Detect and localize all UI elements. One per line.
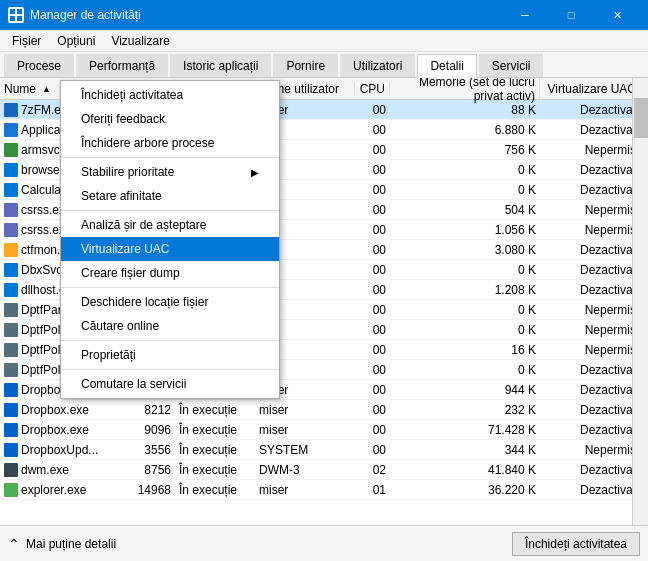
context-menu: Închideți activitateaOferiți feedbackÎnc… bbox=[60, 80, 280, 399]
process-icon bbox=[4, 103, 18, 117]
row-virt-18: Dezactivat bbox=[540, 463, 632, 477]
ctx-item-12[interactable]: Căutare online bbox=[61, 314, 279, 338]
col-header-virtualization[interactable]: Virtualizare UAC bbox=[540, 82, 640, 96]
row-mem-15: 232 K bbox=[390, 403, 540, 417]
row-mem-13: 0 K bbox=[390, 363, 540, 377]
process-icon bbox=[4, 463, 18, 477]
process-icon bbox=[4, 263, 18, 277]
row-name-17: DropboxUpd... bbox=[0, 443, 120, 457]
ctx-item-8[interactable]: Virtualizare UAC bbox=[61, 237, 279, 261]
process-icon bbox=[4, 123, 18, 137]
row-virt-3: Dezactivat bbox=[540, 163, 632, 177]
submenu-arrow-icon: ▶ bbox=[251, 167, 259, 178]
tab-detalii[interactable]: Detalii bbox=[417, 54, 476, 78]
row-mem-2: 756 K bbox=[390, 143, 540, 157]
process-icon bbox=[4, 423, 18, 437]
row-cpu-2: 00 bbox=[355, 143, 390, 157]
row-cpu-14: 00 bbox=[355, 383, 390, 397]
ctx-separator-6 bbox=[61, 210, 279, 211]
process-icon bbox=[4, 203, 18, 217]
ctx-item-1[interactable]: Oferiți feedback bbox=[61, 107, 279, 131]
row-pid-15: 8212 bbox=[120, 403, 175, 417]
ctx-item-16[interactable]: Comutare la servicii bbox=[61, 372, 279, 396]
row-mem-7: 3.080 K bbox=[390, 243, 540, 257]
menu-fisier[interactable]: Fișier bbox=[4, 32, 49, 50]
table-row[interactable]: explorer.exe 14968 În execuție miser 01 … bbox=[0, 480, 632, 500]
table-row[interactable]: DropboxUpd... 3556 În execuție SYSTEM 00… bbox=[0, 440, 632, 460]
title-bar-controls: ─ □ ✕ bbox=[502, 0, 640, 30]
row-pid-16: 9096 bbox=[120, 423, 175, 437]
ctx-item-9[interactable]: Creare fișier dump bbox=[61, 261, 279, 285]
less-details-button[interactable]: ⌃ Mai puține detalii bbox=[8, 536, 116, 552]
menu-optiuni[interactable]: Opțiuni bbox=[49, 32, 103, 50]
row-status-17: În execuție bbox=[175, 443, 255, 457]
table-row[interactable]: Dropbox.exe 8212 În execuție miser 00 23… bbox=[0, 400, 632, 420]
tab-istoric[interactable]: Istoric aplicații bbox=[170, 54, 271, 77]
row-cpu-1: 00 bbox=[355, 123, 390, 137]
col-header-cpu[interactable]: CPU bbox=[355, 82, 390, 96]
vertical-scrollbar[interactable] bbox=[632, 78, 648, 525]
ctx-item-5[interactable]: Setare afinitate bbox=[61, 184, 279, 208]
table-row[interactable]: Dropbox.exe 9096 În execuție miser 00 71… bbox=[0, 420, 632, 440]
end-task-button[interactable]: Închideți activitatea bbox=[512, 532, 640, 556]
row-cpu-17: 00 bbox=[355, 443, 390, 457]
tab-performanta[interactable]: Performanță bbox=[76, 54, 168, 77]
process-icon bbox=[4, 363, 18, 377]
tab-pornire[interactable]: Pornire bbox=[273, 54, 338, 77]
row-cpu-19: 01 bbox=[355, 483, 390, 497]
ctx-separator-3 bbox=[61, 157, 279, 158]
minimize-button[interactable]: ─ bbox=[502, 0, 548, 30]
ctx-item-4[interactable]: Stabilire prioritate▶ bbox=[61, 160, 279, 184]
process-icon bbox=[4, 483, 18, 497]
ctx-item-11[interactable]: Deschidere locație fișier bbox=[61, 290, 279, 314]
table-row[interactable]: dwm.exe 8756 În execuție DWM-3 02 41.840… bbox=[0, 460, 632, 480]
svg-rect-0 bbox=[10, 9, 15, 14]
footer: ⌃ Mai puține detalii Închideți activitat… bbox=[0, 525, 648, 561]
row-status-18: În execuție bbox=[175, 463, 255, 477]
ctx-item-7[interactable]: Analiză șir de așteptare bbox=[61, 213, 279, 237]
ctx-separator-15 bbox=[61, 369, 279, 370]
row-name-16: Dropbox.exe bbox=[0, 423, 120, 437]
title-bar: Manager de activități ─ □ ✕ bbox=[0, 0, 648, 30]
process-icon bbox=[4, 183, 18, 197]
tab-servicii[interactable]: Servicii bbox=[479, 54, 544, 77]
row-virt-13: Dezactivat bbox=[540, 363, 632, 377]
row-mem-14: 944 K bbox=[390, 383, 540, 397]
col-header-memory[interactable]: Memorie (set de lucru privat activ) bbox=[390, 78, 540, 103]
row-virt-14: Dezactivat bbox=[540, 383, 632, 397]
tab-procese[interactable]: Procese bbox=[4, 54, 74, 77]
row-pid-19: 14968 bbox=[120, 483, 175, 497]
close-button[interactable]: ✕ bbox=[594, 0, 640, 30]
row-mem-6: 1.056 K bbox=[390, 223, 540, 237]
process-icon bbox=[4, 303, 18, 317]
row-virt-19: Dezactivat bbox=[540, 483, 632, 497]
row-mem-10: 0 K bbox=[390, 303, 540, 317]
row-virt-0: Dezactivat bbox=[540, 103, 632, 117]
scrollbar-thumb[interactable] bbox=[634, 98, 648, 138]
ctx-item-0[interactable]: Închideți activitatea bbox=[61, 83, 279, 107]
row-virt-12: Nepermis bbox=[540, 343, 632, 357]
process-icon bbox=[4, 163, 18, 177]
process-icon bbox=[4, 283, 18, 297]
row-cpu-10: 00 bbox=[355, 303, 390, 317]
process-icon bbox=[4, 403, 18, 417]
maximize-button[interactable]: □ bbox=[548, 0, 594, 30]
row-mem-5: 504 K bbox=[390, 203, 540, 217]
row-cpu-9: 00 bbox=[355, 283, 390, 297]
row-cpu-15: 00 bbox=[355, 403, 390, 417]
ctx-separator-10 bbox=[61, 287, 279, 288]
row-virt-16: Dezactivat bbox=[540, 423, 632, 437]
svg-rect-3 bbox=[17, 16, 22, 21]
row-name-15: Dropbox.exe bbox=[0, 403, 120, 417]
row-cpu-4: 00 bbox=[355, 183, 390, 197]
tab-utilizatori[interactable]: Utilizatori bbox=[340, 54, 415, 77]
row-virt-2: Nepermis bbox=[540, 143, 632, 157]
menu-vizualizare[interactable]: Vizualizare bbox=[103, 32, 177, 50]
row-pid-18: 8756 bbox=[120, 463, 175, 477]
sort-arrow-icon: ▲ bbox=[42, 84, 51, 94]
ctx-item-14[interactable]: Proprietăți bbox=[61, 343, 279, 367]
row-cpu-7: 00 bbox=[355, 243, 390, 257]
row-user-17: SYSTEM bbox=[255, 443, 355, 457]
ctx-item-2[interactable]: Închidere arbore procese bbox=[61, 131, 279, 155]
row-virt-11: Nepermis bbox=[540, 323, 632, 337]
